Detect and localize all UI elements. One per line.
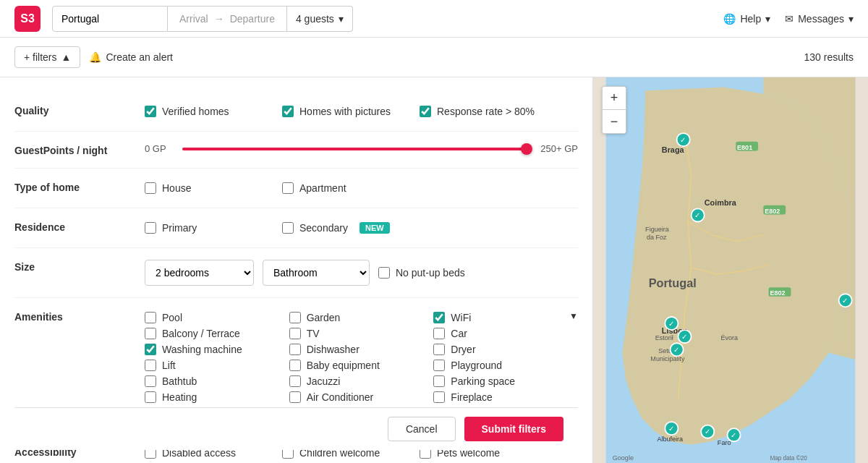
heating-item[interactable]: Heating bbox=[145, 389, 289, 405]
svg-text:E801: E801 bbox=[737, 144, 752, 151]
dryer-item[interactable]: Dryer bbox=[433, 341, 578, 357]
filter-bar: + filters ▲ 🔔 Create an alert 130 result… bbox=[0, 38, 868, 77]
zoom-controls: + − bbox=[602, 86, 626, 134]
amenities-expand-icon[interactable]: ▼ bbox=[569, 311, 578, 321]
svg-text:✓: ✓ bbox=[680, 136, 686, 144]
pool-checkbox[interactable] bbox=[145, 312, 156, 323]
svg-text:Portugal: Portugal bbox=[649, 276, 697, 289]
map-svg: Braga Coimbra Figueira da Foz Portugal E… bbox=[593, 77, 868, 463]
bathtub-checkbox[interactable] bbox=[145, 375, 156, 387]
wifi-item[interactable]: WiFi bbox=[433, 310, 578, 326]
bathroom-select[interactable]: Any bathroom Bathroom En-suite bbox=[263, 260, 370, 286]
svg-text:Évora: Évora bbox=[720, 334, 739, 341]
fireplace-checkbox[interactable] bbox=[433, 391, 445, 403]
car-item[interactable]: Car bbox=[433, 326, 578, 341]
heating-checkbox[interactable] bbox=[145, 391, 156, 403]
quality-options: Verified homes Homes with pictures Respo… bbox=[145, 103, 578, 119]
fireplace-item[interactable]: Fireplace bbox=[433, 389, 578, 405]
apartment-checkbox[interactable] bbox=[282, 182, 294, 194]
guestpoints-section: GuestPoints / night 0 GP 250+ GP bbox=[14, 132, 578, 169]
lift-checkbox[interactable] bbox=[145, 360, 156, 371]
washing-checkbox[interactable] bbox=[145, 344, 156, 355]
slider-track[interactable] bbox=[182, 148, 529, 150]
balcony-item[interactable]: Balcony / Terrace bbox=[145, 326, 289, 341]
dishwasher-item[interactable]: Dishwasher bbox=[289, 341, 434, 357]
slider-thumb[interactable] bbox=[521, 143, 532, 155]
slider-fill bbox=[182, 148, 529, 150]
svg-text:E802: E802 bbox=[770, 289, 785, 297]
response-rate-item[interactable]: Response rate > 80% bbox=[420, 103, 557, 119]
date-picker[interactable]: Arrival → Departure bbox=[168, 6, 287, 32]
svg-text:✓: ✓ bbox=[668, 320, 674, 328]
help-button[interactable]: 🌐 Help ▾ bbox=[723, 13, 770, 25]
size-selects: Any bedrooms 1 bedroom 2 bedrooms 3 bedr… bbox=[145, 260, 578, 286]
no-put-up-beds-item[interactable]: No put-up beds bbox=[378, 265, 516, 281]
no-put-up-beds-checkbox[interactable] bbox=[378, 267, 390, 279]
primary-item[interactable]: Primary bbox=[145, 220, 282, 236]
garden-checkbox[interactable] bbox=[289, 312, 301, 323]
primary-checkbox[interactable] bbox=[145, 222, 156, 234]
response-rate-checkbox[interactable] bbox=[420, 106, 431, 117]
balcony-label: Balcony / Terrace bbox=[162, 328, 240, 339]
cancel-button[interactable]: Cancel bbox=[388, 417, 456, 441]
jacuzzi-item[interactable]: Jacuzzi bbox=[289, 373, 434, 389]
amenities-col3: ▼ WiFi Car Dryer Playground Parking spac… bbox=[433, 310, 578, 421]
tv-checkbox[interactable] bbox=[289, 328, 301, 339]
lift-item[interactable]: Lift bbox=[145, 357, 289, 373]
baby-checkbox[interactable] bbox=[289, 360, 301, 371]
playground-checkbox[interactable] bbox=[433, 360, 445, 371]
bathtub-label: Bathtub bbox=[162, 375, 197, 387]
svg-text:✓: ✓ bbox=[681, 333, 687, 341]
balcony-checkbox[interactable] bbox=[145, 328, 156, 339]
baby-item[interactable]: Baby equipment bbox=[289, 357, 434, 373]
zoom-in-button[interactable]: + bbox=[603, 87, 626, 110]
guests-selector[interactable]: 4 guests ▾ bbox=[287, 6, 353, 32]
homes-pictures-checkbox[interactable] bbox=[282, 106, 294, 117]
filters-button[interactable]: + filters ▲ bbox=[14, 46, 80, 68]
pool-item[interactable]: Pool bbox=[145, 310, 289, 326]
size-options: Any bedrooms 1 bedroom 2 bedrooms 3 bedr… bbox=[145, 260, 578, 286]
washing-item[interactable]: Washing machine bbox=[145, 341, 289, 357]
amenities-col1: Pool Balcony / Terrace Washing machine L… bbox=[145, 310, 289, 421]
bathtub-item[interactable]: Bathtub bbox=[145, 373, 289, 389]
verified-homes-item[interactable]: Verified homes bbox=[145, 103, 282, 119]
wifi-checkbox[interactable] bbox=[433, 312, 445, 323]
svg-text:✓: ✓ bbox=[673, 346, 679, 354]
messages-button[interactable]: ✉ Messages ▾ bbox=[785, 13, 854, 25]
alert-label: Create an alert bbox=[106, 51, 173, 63]
guestpoints-slider-container: 0 GP 250+ GP bbox=[145, 143, 578, 154]
create-alert-button[interactable]: 🔔 Create an alert bbox=[89, 47, 173, 67]
house-item[interactable]: House bbox=[145, 180, 282, 196]
submit-button[interactable]: Submit filters bbox=[464, 417, 563, 441]
date-arrow: → bbox=[214, 13, 224, 25]
verified-homes-checkbox[interactable] bbox=[145, 106, 156, 117]
fireplace-label: Fireplace bbox=[451, 391, 493, 403]
homes-pictures-item[interactable]: Homes with pictures bbox=[282, 103, 420, 119]
verified-homes-label: Verified homes bbox=[162, 106, 229, 117]
bell-icon: 🔔 bbox=[89, 51, 101, 63]
dryer-checkbox[interactable] bbox=[433, 344, 445, 355]
garden-item[interactable]: Garden bbox=[289, 310, 434, 326]
secondary-item[interactable]: Secondary NEW bbox=[282, 220, 420, 236]
aircon-item[interactable]: Air Conditioner bbox=[289, 389, 434, 405]
dishwasher-checkbox[interactable] bbox=[289, 344, 301, 355]
jacuzzi-checkbox[interactable] bbox=[289, 375, 301, 387]
tv-item[interactable]: TV bbox=[289, 326, 434, 341]
apartment-item[interactable]: Apartment bbox=[282, 180, 420, 196]
secondary-checkbox[interactable] bbox=[282, 222, 294, 234]
svg-text:✓: ✓ bbox=[705, 428, 710, 436]
zoom-out-button[interactable]: − bbox=[603, 110, 626, 133]
playground-item[interactable]: Playground bbox=[433, 357, 578, 373]
svg-text:✓: ✓ bbox=[694, 211, 700, 219]
car-checkbox[interactable] bbox=[433, 328, 445, 339]
homes-pictures-label: Homes with pictures bbox=[299, 106, 391, 117]
aircon-checkbox[interactable] bbox=[289, 391, 301, 403]
parking-item[interactable]: Parking space bbox=[433, 373, 578, 389]
logo: S3 bbox=[14, 6, 41, 32]
main-content: Quality Verified homes Homes with pictur… bbox=[0, 77, 868, 463]
location-input[interactable] bbox=[52, 6, 168, 32]
parking-checkbox[interactable] bbox=[433, 375, 445, 387]
house-checkbox[interactable] bbox=[145, 182, 156, 194]
bedroom-select[interactable]: Any bedrooms 1 bedroom 2 bedrooms 3 bedr… bbox=[145, 260, 254, 286]
lift-label: Lift bbox=[162, 360, 176, 371]
